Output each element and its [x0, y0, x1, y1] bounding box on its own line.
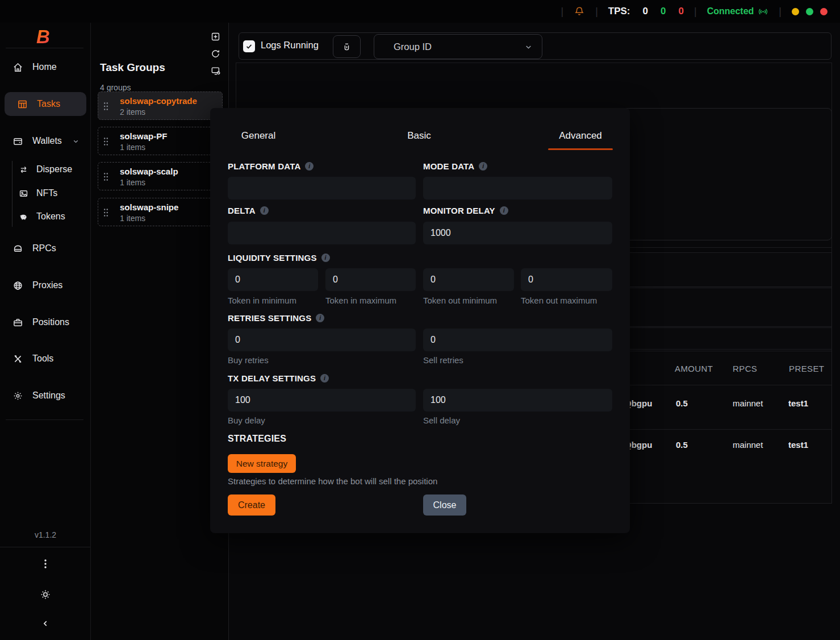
select-all-groups-button[interactable] — [211, 66, 221, 78]
buy-delay-caption: Buy delay — [228, 415, 265, 425]
label-text: MODE DATA — [423, 161, 474, 171]
info-icon[interactable]: i — [316, 314, 324, 322]
tps-label: TPS: — [608, 6, 630, 17]
app-logo[interactable]: B — [36, 26, 50, 48]
logs-running-checkbox[interactable] — [243, 40, 255, 52]
drag-handle-icon[interactable] — [103, 172, 108, 184]
drag-handle-icon[interactable] — [103, 137, 108, 148]
collapse-sidebar-button[interactable] — [0, 616, 91, 631]
disperse-icon — [19, 165, 28, 174]
sidebar-item-proxies[interactable]: Proxies — [0, 274, 91, 297]
label-text: STRATEGIES — [228, 434, 286, 444]
chevron-left-icon — [41, 620, 49, 627]
delete-logs-button[interactable] — [333, 35, 361, 58]
app-window: | | TPS: 0 0 0 | Connected | — [0, 0, 840, 640]
task-group-card[interactable]: solswap-PF 1 items — [98, 127, 223, 155]
token-out-max-input[interactable] — [521, 268, 612, 291]
version-label: v1.1.2 — [0, 530, 91, 539]
sidebar-item-tasks[interactable]: Tasks — [5, 92, 86, 116]
label-text: PLATFORM DATA — [228, 161, 300, 171]
platform-data-input[interactable] — [228, 177, 416, 200]
notifications-bell-icon[interactable] — [574, 6, 585, 17]
window-dot-green[interactable] — [806, 8, 813, 15]
token-out-min-input[interactable] — [423, 268, 514, 291]
token-in-max-caption: Token in maximum — [325, 296, 396, 305]
tab-general[interactable]: General — [233, 128, 284, 143]
sidebar-item-wallets[interactable]: Wallets — [0, 130, 91, 152]
sidebar-item-label: Positions — [32, 317, 69, 327]
task-group-name: solswap-copytrade — [120, 96, 197, 106]
buy-retries-input[interactable] — [228, 329, 416, 351]
sun-icon — [40, 589, 51, 600]
chevron-down-icon — [72, 138, 80, 145]
create-button[interactable]: Create — [228, 494, 275, 516]
close-button[interactable]: Close — [423, 494, 466, 516]
more-options-button[interactable] — [0, 556, 91, 572]
retries-settings-label: RETRIES SETTINGS i — [228, 312, 324, 323]
task-groups-count: 4 groups — [100, 83, 131, 92]
monitor-delay-input[interactable] — [423, 222, 612, 244]
task-group-name: solswap-PF — [120, 131, 167, 141]
trash-icon — [342, 42, 352, 52]
strategies-label: STRATEGIES — [228, 433, 286, 444]
drag-handle-icon[interactable] — [103, 208, 108, 219]
separator: | — [561, 6, 563, 18]
delta-input[interactable] — [228, 222, 416, 244]
piggy-bank-icon — [19, 212, 28, 222]
window-dot-yellow[interactable] — [792, 8, 799, 15]
task-group-item-count: 1 items — [120, 178, 145, 187]
window-controls — [792, 8, 828, 15]
label-text: RETRIES SETTINGS — [228, 313, 311, 323]
task-group-card[interactable]: solswap-copytrade 2 items — [98, 92, 223, 120]
table-header-amount: AMOUNT — [675, 364, 713, 373]
panel-divider — [236, 63, 832, 63]
divider — [6, 419, 83, 420]
info-icon[interactable]: i — [321, 253, 330, 262]
sidebar-item-nfts[interactable]: NFTs — [0, 182, 91, 205]
token-in-min-input[interactable] — [228, 268, 318, 291]
tps-value-total: 0 — [643, 6, 648, 17]
mode-data-input[interactable] — [423, 177, 612, 200]
new-strategy-button[interactable]: New strategy — [228, 454, 296, 473]
task-group-card[interactable]: solswap-snipe 1 items — [98, 198, 223, 226]
tab-advanced[interactable]: Advanced — [548, 128, 613, 143]
info-icon[interactable]: i — [305, 162, 314, 171]
group-id-select[interactable]: Group ID — [374, 34, 542, 59]
sidebar-item-tokens[interactable]: Tokens — [0, 205, 91, 228]
refresh-groups-button[interactable] — [211, 49, 220, 61]
label-text: MONITOR DELAY — [423, 206, 495, 215]
edit-task-group-modal: General Basic Advanced PLATFORM DATA i M… — [210, 108, 630, 533]
sidebar-item-positions[interactable]: Positions — [0, 311, 91, 334]
delta-label: DELTA i — [228, 205, 269, 216]
sidebar-item-settings[interactable]: Settings — [0, 384, 91, 407]
logs-running-label: Logs Running — [261, 40, 319, 51]
info-icon[interactable]: i — [479, 162, 487, 171]
separator: | — [779, 6, 782, 18]
info-icon[interactable]: i — [500, 206, 508, 215]
buy-delay-input[interactable] — [228, 389, 416, 412]
info-icon[interactable]: i — [320, 374, 329, 383]
info-icon[interactable]: i — [260, 206, 269, 215]
active-tab-indicator — [548, 148, 613, 150]
task-group-item-count: 1 items — [120, 214, 145, 223]
sell-delay-input[interactable] — [423, 389, 612, 412]
theme-toggle-button[interactable] — [0, 587, 91, 602]
task-group-card[interactable]: solswap-scalp 1 items — [98, 162, 223, 190]
sell-retries-caption: Sell retries — [423, 355, 463, 365]
liquidity-settings-label: LIQUIDITY SETTINGS i — [228, 252, 330, 263]
home-icon — [12, 62, 23, 73]
token-in-min-caption: Token in minimum — [228, 296, 296, 305]
add-group-button[interactable] — [211, 32, 220, 44]
sidebar-item-home[interactable]: Home — [0, 56, 91, 78]
sidebar-item-rpcs[interactable]: RPCs — [0, 237, 91, 260]
table-header-preset: PRESET — [789, 364, 824, 373]
sidebar-item-label: Proxies — [32, 280, 62, 290]
sidebar-item-tools[interactable]: Tools — [0, 347, 91, 370]
drag-handle-icon[interactable] — [103, 102, 108, 113]
token-in-max-input[interactable] — [325, 268, 416, 291]
sidebar-item-disperse[interactable]: Disperse — [0, 158, 91, 181]
tasks-icon — [17, 99, 28, 110]
tab-basic[interactable]: Basic — [396, 128, 442, 143]
sell-retries-input[interactable] — [423, 329, 612, 351]
window-dot-red[interactable] — [820, 8, 828, 15]
